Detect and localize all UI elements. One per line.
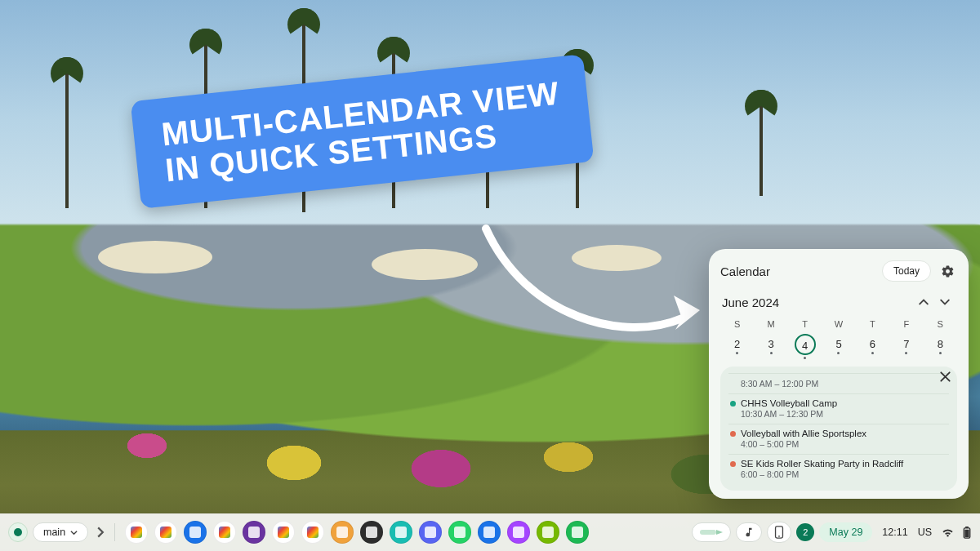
close-icon xyxy=(940,371,951,382)
wallpaper-detail xyxy=(65,65,69,208)
shelf-app-round-o[interactable] xyxy=(331,521,354,544)
docs-icon xyxy=(307,527,318,538)
tray-pen-button[interactable] xyxy=(692,522,731,542)
wallpaper-detail xyxy=(572,245,662,271)
phone-icon xyxy=(774,526,784,539)
dow-cell: T xyxy=(856,319,889,329)
calendar-events-close-button[interactable] xyxy=(940,371,951,382)
system-tray: 2 May 29 12:11 US xyxy=(692,522,972,543)
calendar-title: Calendar xyxy=(720,264,875,278)
shelf-app-zebra[interactable] xyxy=(243,521,265,544)
event-time: 10:30 AM – 12:30 PM xyxy=(741,409,947,419)
music-icon xyxy=(743,527,755,538)
calendar-date-cell[interactable]: 6 xyxy=(856,332,889,360)
event-title: CHHS Volleyball Camp xyxy=(741,398,837,408)
event-time: 4:00 – 5:00 PM xyxy=(741,439,947,449)
event-time: 8:30 AM – 12:00 PM xyxy=(741,379,947,389)
tray-time[interactable]: 12:11 xyxy=(882,527,907,538)
tray-language[interactable]: US xyxy=(918,527,932,538)
wallpaper-detail xyxy=(98,241,212,273)
dow-cell: S xyxy=(924,319,957,329)
calendar-dow-row: S M T W T F S xyxy=(720,319,957,329)
messages-icon xyxy=(483,527,495,538)
shelf: main 2 May 29 12:11 US xyxy=(0,513,980,551)
calendar-date-cell-selected[interactable]: 4 xyxy=(788,332,822,360)
chevron-down-icon xyxy=(70,529,78,536)
calendar-today-button[interactable]: Today xyxy=(882,260,931,282)
nvidia-icon xyxy=(542,527,554,538)
shelf-app-messenger[interactable] xyxy=(507,521,530,544)
svg-point-2 xyxy=(778,535,780,537)
dow-cell: S xyxy=(720,319,754,329)
shelf-app-discord[interactable] xyxy=(419,521,442,544)
shelf-app-calendar[interactable] xyxy=(272,521,295,544)
spotify-icon xyxy=(572,527,583,538)
svg-rect-5 xyxy=(964,529,969,536)
tray-phone-hub-button[interactable] xyxy=(767,522,791,543)
chevron-right-icon[interactable] xyxy=(95,527,106,538)
calendar-next-month-button[interactable] xyxy=(934,291,956,313)
event-color-swatch xyxy=(730,431,736,437)
messenger-icon xyxy=(513,527,524,538)
calendar-date-cell[interactable]: 3 xyxy=(754,332,787,360)
discord-icon xyxy=(425,527,436,538)
shelf-separator xyxy=(114,523,115,541)
rainbow-icon xyxy=(366,527,377,538)
svg-rect-0 xyxy=(700,530,716,535)
event-time: 6:00 – 8:00 PM xyxy=(741,469,947,479)
chevron-up-icon xyxy=(919,297,929,307)
zebra-icon xyxy=(248,527,260,538)
wallpaper-detail xyxy=(760,98,763,196)
calendar-dates-row: 2 3 4 5 6 7 8 xyxy=(720,332,957,360)
canva-icon xyxy=(395,527,407,538)
event-title: SE Kids Roller Skating Party in Radcliff xyxy=(741,459,903,469)
shelf-app-canva[interactable] xyxy=(390,521,412,544)
svg-rect-4 xyxy=(965,527,969,528)
dow-cell: W xyxy=(822,319,855,329)
shelf-app-analytics[interactable] xyxy=(213,521,236,544)
chrome-icon xyxy=(131,527,142,538)
wifi-icon[interactable] xyxy=(942,527,954,539)
shelf-app-messages[interactable] xyxy=(478,521,501,544)
tray-notification-count[interactable]: 2 xyxy=(796,523,814,541)
round-o-icon xyxy=(336,527,348,538)
shelf-app-whatsapp[interactable] xyxy=(448,521,471,544)
shelf-app-nvidia[interactable] xyxy=(537,521,559,544)
tray-media-button[interactable] xyxy=(736,522,762,542)
calendar-date-cell[interactable]: 7 xyxy=(889,332,923,360)
event-color-swatch xyxy=(730,461,736,467)
event-title: Volleyball with Allie Sportsplex xyxy=(741,429,866,438)
calendar-event-item[interactable]: Volleyball with Allie Sportsplex 4:00 – … xyxy=(728,424,949,454)
calendar-date-cell[interactable]: 8 xyxy=(924,332,957,360)
calendar-date-cell[interactable]: 5 xyxy=(822,332,855,360)
shelf-app-spotify[interactable] xyxy=(566,521,589,544)
analytics-icon xyxy=(219,527,230,538)
calendar-event-item[interactable]: 8:30 AM – 12:00 PM xyxy=(728,373,949,393)
wallpaper-detail xyxy=(372,249,478,280)
desk-chip[interactable]: main xyxy=(33,522,88,542)
calendar-date-cell[interactable]: 2 xyxy=(720,332,754,360)
shelf-app-rainbow[interactable] xyxy=(360,521,383,544)
launcher-button[interactable] xyxy=(8,522,28,542)
calendar-prev-month-button[interactable] xyxy=(913,291,934,313)
event-color-swatch xyxy=(730,401,736,407)
calendar-settings-button[interactable] xyxy=(938,261,957,281)
gemini-icon xyxy=(160,527,172,538)
shelf-app-docs[interactable] xyxy=(301,521,324,544)
tray-date-chip[interactable]: May 29 xyxy=(819,522,872,542)
shelf-app-files[interactable] xyxy=(184,521,207,544)
calendar-quick-panel: Calendar Today June 2024 S M T W T F S 2… xyxy=(709,249,969,499)
calendar-event-item[interactable]: CHHS Volleyball Camp 10:30 AM – 12:30 PM xyxy=(728,393,949,424)
gear-icon xyxy=(941,264,955,278)
stylus-icon xyxy=(699,527,724,538)
calendar-events-list: 8:30 AM – 12:00 PM CHHS Volleyball Camp … xyxy=(720,367,957,491)
desk-label: main xyxy=(43,527,65,538)
dow-cell: M xyxy=(754,319,787,329)
calendar-event-item[interactable]: SE Kids Roller Skating Party in Radcliff… xyxy=(728,454,949,484)
shelf-app-gemini[interactable] xyxy=(154,521,177,544)
calendar-month-label: June 2024 xyxy=(722,295,913,309)
shelf-app-chrome[interactable] xyxy=(125,521,148,544)
battery-icon[interactable] xyxy=(962,527,972,539)
dow-cell: T xyxy=(788,319,822,329)
calendar-icon xyxy=(278,527,289,538)
